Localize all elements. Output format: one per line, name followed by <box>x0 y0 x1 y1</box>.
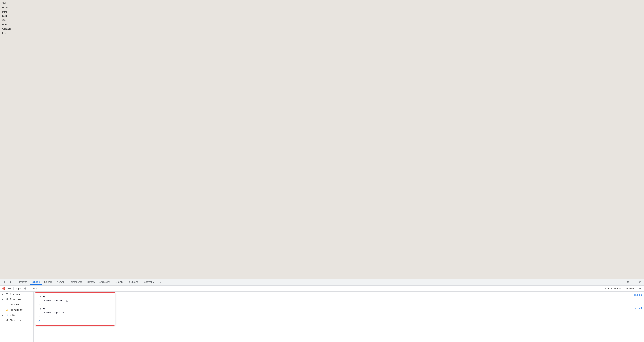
code-line-5: console.log(link); <box>38 311 112 315</box>
svg-rect-2 <box>11 282 11 283</box>
tab-security[interactable]: Security <box>113 280 125 285</box>
errors-label: No errors <box>10 303 20 306</box>
sidebar-item-errors[interactable]: ▶ ✕ No errors <box>0 302 33 307</box>
tab-elements[interactable]: Elements <box>16 280 29 285</box>
console-toolbar: top ▾ Default levels ▾ No Issues <box>0 286 644 292</box>
nav-skill[interactable]: Skill <box>2 14 642 18</box>
code-line-3: } <box>38 303 112 307</box>
expand-arrow-messages: ▶ <box>2 293 4 295</box>
sidebar-item-warnings[interactable]: ▶ ⚠ No warnings <box>0 307 33 312</box>
more-options-btn[interactable]: ⋮ <box>631 280 636 285</box>
console-main: ()=>{ console.log(lenis); } ()=>{ consol… <box>34 292 644 342</box>
verbose-icon: ⚙ <box>6 319 8 322</box>
code-line-6: } <box>38 315 112 319</box>
tab-performance[interactable]: Performance <box>68 280 84 285</box>
code-line-4: ()=>{ <box>38 307 112 311</box>
sidebar-item-verbose[interactable]: ▶ ⚙ No verbose <box>0 318 33 323</box>
svg-point-8 <box>26 288 26 289</box>
devtools-panel: Elements Console Sources Network Perform… <box>0 279 644 342</box>
sidebar-item-user-messages[interactable]: ▶ 2 user mes... <box>0 297 33 302</box>
svg-rect-10 <box>6 294 8 294</box>
svg-rect-7 <box>8 289 11 290</box>
svg-rect-11 <box>6 295 8 295</box>
sidebar-item-messages[interactable]: ▶ 2 messages <box>0 292 33 297</box>
code-popup: ()=>{ console.log(lenis); } ()=>{ consol… <box>35 292 115 326</box>
info-icon: ℹ <box>6 314 8 317</box>
nav-footer[interactable]: Footer <box>2 31 642 35</box>
code-line-2: console.log(lenis); <box>38 299 112 303</box>
page-content: Skip Header Intro Skill Site Port Contac… <box>0 0 644 279</box>
default-levels-btn[interactable]: Default levels ▾ <box>604 287 622 290</box>
file-ref-lenis[interactable]: lenis.js:2 <box>634 294 642 296</box>
info-label: 2 info <box>10 314 16 316</box>
tab-console[interactable]: Console <box>30 280 42 285</box>
page-nav: Skip Header Intro Skill Site Port Contac… <box>2 1 642 35</box>
console-sep-2 <box>30 287 30 290</box>
svg-point-12 <box>6 299 8 300</box>
sidebar-item-info[interactable]: ▶ ℹ 2 info <box>0 312 33 318</box>
expand-arrow-user: ▶ <box>2 299 4 301</box>
warning-icon: ⚠ <box>6 308 8 311</box>
expand-arrow-info: ▶ <box>2 314 4 316</box>
error-icon: ✕ <box>6 303 8 306</box>
nav-port[interactable]: Port <box>2 23 642 27</box>
console-gear-btn[interactable] <box>638 286 642 291</box>
console-body: ▶ 2 messages ▶ 2 <box>0 292 644 342</box>
warnings-label: No warnings <box>10 309 22 311</box>
svg-rect-9 <box>6 293 8 294</box>
list-icon <box>6 293 8 296</box>
tab-recorder[interactable]: Recorder ▲ <box>141 280 157 285</box>
eye-btn[interactable] <box>24 286 28 291</box>
console-sidebar: ▶ 2 messages ▶ 2 <box>0 292 34 342</box>
nav-site[interactable]: Site <box>2 18 642 22</box>
tab-lighthouse[interactable]: Lighthouse <box>126 280 140 285</box>
tab-memory[interactable]: Memory <box>85 280 97 285</box>
devtools-toolbar: Elements Console Sources Network Perform… <box>0 279 644 286</box>
context-selector[interactable]: top ▾ <box>15 287 23 290</box>
svg-rect-5 <box>8 288 11 288</box>
svg-rect-6 <box>8 288 11 289</box>
svg-rect-0 <box>3 281 4 282</box>
messages-label: 2 messages <box>10 293 22 296</box>
user-messages-label: 2 user mes... <box>10 298 23 301</box>
tab-application[interactable]: Application <box>98 280 112 285</box>
tab-sources[interactable]: Sources <box>42 280 54 285</box>
verbose-label: No verbose <box>10 319 22 322</box>
code-line-1: ()=>{ <box>38 295 112 299</box>
code-prompt[interactable]: > <box>38 319 112 323</box>
filter-input[interactable] <box>32 287 603 290</box>
settings-btn[interactable]: ⚙ <box>625 280 630 285</box>
nav-skip[interactable]: Skip <box>2 1 642 5</box>
more-tabs-btn[interactable]: » <box>158 280 163 285</box>
file-ref-link[interactable]: link.js:2 <box>635 307 642 309</box>
nav-intro[interactable]: Intro <box>2 10 642 14</box>
no-issues-btn[interactable]: No Issues <box>623 287 637 290</box>
svg-rect-1 <box>9 281 10 283</box>
clear-console-btn[interactable] <box>2 286 6 291</box>
person-icon <box>6 298 8 301</box>
console-settings-btn[interactable] <box>7 286 12 291</box>
inspect-element-btn[interactable] <box>2 280 7 285</box>
nav-header[interactable]: Header <box>2 6 642 10</box>
tab-network[interactable]: Network <box>55 280 67 285</box>
nav-contact[interactable]: Contact <box>2 27 642 31</box>
close-devtools-btn[interactable]: ✕ <box>637 280 642 285</box>
device-toolbar-btn[interactable] <box>8 280 13 285</box>
